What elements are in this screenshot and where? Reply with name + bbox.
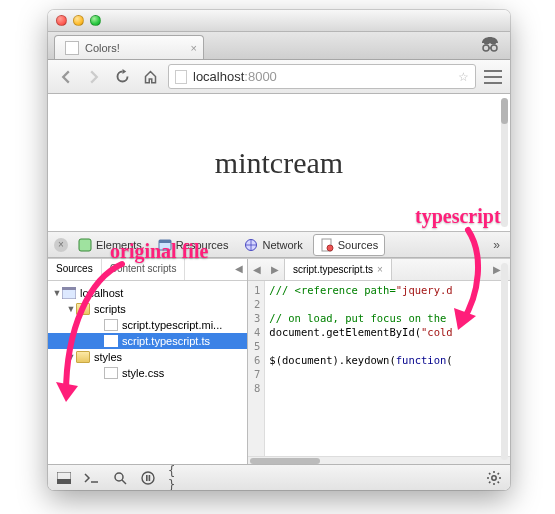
svg-rect-9	[62, 287, 76, 290]
svg-point-12	[115, 473, 123, 481]
window-titlebar	[48, 10, 510, 32]
line-gutter: 12345678	[248, 281, 265, 456]
subtab-content-scripts[interactable]: Content scripts	[102, 259, 186, 280]
tree-file-css[interactable]: style.css	[48, 365, 247, 381]
editor-file-tabs: ◀ ▶ script.typescript.ts × ▶|	[248, 259, 510, 281]
traffic-lights	[56, 15, 101, 26]
devtools-statusbar: { }	[48, 464, 510, 490]
editor-hscrollbar[interactable]	[248, 456, 510, 464]
tab-strip: Colors! ×	[48, 32, 510, 60]
page-viewport: mintcream	[48, 94, 510, 232]
svg-point-1	[491, 45, 497, 51]
page-icon	[175, 70, 187, 84]
settings-gear-icon[interactable]	[486, 470, 502, 486]
tree-domain[interactable]: ▼localhost	[48, 285, 247, 301]
file-icon	[104, 335, 118, 347]
page-icon	[65, 41, 79, 55]
svg-rect-14	[146, 475, 148, 481]
tree-folder-scripts[interactable]: ▼scripts	[48, 301, 247, 317]
browser-tab[interactable]: Colors! ×	[54, 35, 204, 59]
next-file-icon[interactable]: ▶	[266, 264, 284, 275]
code-content[interactable]: 12345678 /// <reference path="jquery.d /…	[248, 281, 510, 456]
search-icon[interactable]	[112, 470, 128, 486]
dock-icon[interactable]	[56, 470, 72, 486]
svg-point-16	[492, 475, 496, 479]
browser-window: Colors! × localhost:8000 ☆ mintcream ×	[48, 10, 510, 490]
sources-subtabs: Sources Content scripts ◀	[48, 259, 247, 281]
close-file-icon[interactable]: ×	[377, 264, 383, 275]
svg-point-0	[483, 45, 489, 51]
incognito-icon	[478, 35, 502, 55]
prev-file-icon[interactable]: ◀	[248, 264, 266, 275]
tab-title: Colors!	[85, 42, 120, 54]
devtools-panel-tabs: × Elements Resources Network Sources »	[48, 232, 510, 258]
tree-file-min[interactable]: script.typescript.mi...	[48, 317, 247, 333]
svg-point-7	[327, 245, 333, 251]
file-icon	[104, 367, 118, 379]
code-text: /// <reference path="jquery.d // on load…	[265, 281, 456, 456]
home-button[interactable]	[140, 67, 160, 87]
pretty-print-icon[interactable]: { }	[168, 470, 184, 486]
menu-icon[interactable]	[484, 70, 502, 84]
tab-network[interactable]: Network	[238, 234, 308, 256]
tab-sources[interactable]: Sources	[313, 234, 385, 256]
devtools: × Elements Resources Network Sources »	[48, 232, 510, 490]
svg-rect-4	[159, 240, 171, 243]
file-tree: ▼localhost ▼scripts script.typescript.mi…	[48, 281, 247, 464]
forward-button[interactable]	[84, 67, 104, 87]
folder-icon	[76, 351, 90, 363]
more-panels-button[interactable]: »	[489, 238, 504, 252]
svg-rect-11	[57, 479, 71, 484]
editor-vscrollbar[interactable]	[501, 263, 508, 460]
url-text: localhost:8000	[193, 69, 277, 84]
reload-button[interactable]	[112, 67, 132, 87]
pause-icon[interactable]	[140, 470, 156, 486]
editor-tab[interactable]: script.typescript.ts ×	[284, 259, 392, 280]
folder-icon	[76, 303, 90, 315]
browser-toolbar: localhost:8000 ☆	[48, 60, 510, 94]
code-editor: ◀ ▶ script.typescript.ts × ▶| 12345678 /…	[248, 259, 510, 464]
close-window-button[interactable]	[56, 15, 67, 26]
address-bar[interactable]: localhost:8000 ☆	[168, 64, 476, 89]
file-icon	[104, 319, 118, 331]
back-button[interactable]	[56, 67, 76, 87]
zoom-window-button[interactable]	[90, 15, 101, 26]
tab-resources[interactable]: Resources	[152, 234, 235, 256]
tree-file-ts[interactable]: script.typescript.ts	[48, 333, 247, 349]
subtab-sources[interactable]: Sources	[48, 259, 102, 280]
svg-point-13	[142, 472, 154, 484]
svg-rect-2	[79, 239, 91, 251]
page-scrollbar[interactable]	[501, 98, 508, 227]
bookmark-star-icon[interactable]: ☆	[458, 70, 469, 84]
collapse-sidebar-icon[interactable]: ◀	[231, 259, 247, 280]
close-tab-icon[interactable]: ×	[191, 42, 197, 54]
devtools-body: Sources Content scripts ◀ ▼localhost ▼sc…	[48, 258, 510, 464]
frame-icon	[62, 287, 76, 299]
console-icon[interactable]	[84, 470, 100, 486]
tab-elements[interactable]: Elements	[72, 234, 148, 256]
close-devtools-button[interactable]: ×	[54, 238, 68, 252]
sources-sidebar: Sources Content scripts ◀ ▼localhost ▼sc…	[48, 259, 248, 464]
tree-folder-styles[interactable]: ▼styles	[48, 349, 247, 365]
page-text: mintcream	[215, 146, 343, 180]
minimize-window-button[interactable]	[73, 15, 84, 26]
svg-rect-15	[149, 475, 151, 481]
